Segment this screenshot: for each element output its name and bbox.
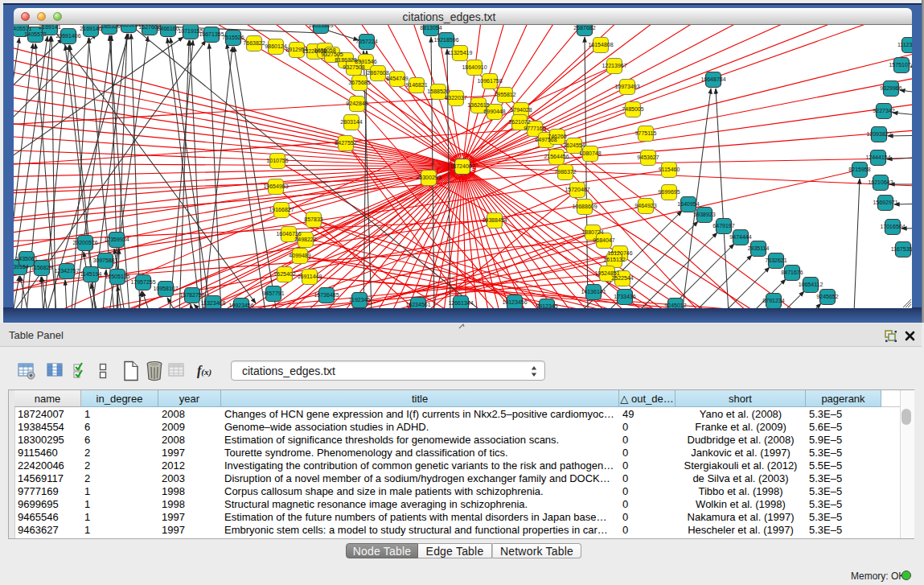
svg-text:7955812: 7955812 [494, 92, 515, 97]
svg-text:12093822: 12093822 [866, 131, 891, 137]
svg-text:2867608: 2867608 [367, 70, 388, 76]
svg-text:16234561: 16234561 [405, 302, 430, 307]
svg-text:1435061: 1435061 [15, 256, 37, 262]
svg-text:10961758: 10961758 [477, 78, 502, 84]
svg-text:2522544: 2522544 [611, 275, 633, 281]
svg-text:1156829: 1156829 [31, 265, 53, 270]
svg-text:12444154: 12444154 [865, 154, 890, 160]
svg-text:15736485: 15736485 [314, 292, 339, 298]
svg-text:9453627: 9453627 [637, 154, 659, 160]
svg-text:16671355: 16671355 [199, 31, 224, 37]
svg-text:10958107: 10958107 [153, 286, 178, 291]
svg-text:17359934: 17359934 [104, 237, 129, 242]
svg-text:7663822: 7663822 [243, 40, 265, 46]
svg-text:1880724: 1880724 [581, 229, 603, 235]
svg-text:8427552: 8427552 [335, 140, 356, 146]
svg-text:9912345: 9912345 [536, 303, 557, 308]
svg-text:16120746: 16120746 [607, 250, 632, 256]
svg-text:8991546: 8991546 [355, 59, 376, 64]
svg-text:9242848: 9242848 [346, 101, 368, 106]
svg-text:6990448: 6990448 [483, 109, 505, 114]
svg-text:21564456: 21564456 [544, 154, 569, 159]
svg-text:9329966: 9329966 [880, 85, 901, 91]
svg-text:9457791: 9457791 [262, 290, 284, 296]
svg-text:9464923: 9464923 [634, 203, 656, 208]
svg-text:12661344: 12661344 [448, 300, 473, 306]
svg-text:9860124: 9860124 [265, 43, 286, 49]
svg-text:7632621: 7632621 [765, 257, 786, 263]
svg-text:8186328: 8186328 [335, 57, 356, 63]
svg-text:9227342: 9227342 [873, 108, 894, 113]
svg-text:20691406: 20691406 [55, 33, 80, 39]
svg-text:16782759: 16782759 [179, 292, 204, 298]
svg-text:2803144: 2803144 [340, 119, 362, 125]
svg-text:9777169: 9777169 [524, 126, 545, 131]
svg-text:18640910: 18640910 [462, 64, 487, 70]
svg-text:14136141: 14136141 [581, 289, 606, 295]
svg-text:1145194: 1145194 [80, 271, 102, 277]
svg-text:4099489: 4099489 [289, 253, 310, 258]
svg-text:9146821: 9146821 [405, 82, 427, 88]
svg-text:6466160: 6466160 [157, 26, 179, 31]
svg-text:11323468: 11323468 [201, 300, 226, 306]
svg-text:20200576: 20200576 [72, 240, 97, 245]
svg-text:9684047: 9684047 [593, 237, 614, 243]
svg-text:857833: 857833 [304, 216, 322, 222]
svg-text:11675350: 11675350 [891, 246, 912, 252]
svg-text:1405572: 1405572 [24, 31, 46, 37]
svg-text:16046736: 16046736 [276, 231, 301, 237]
svg-text:7625402: 7625402 [273, 271, 295, 277]
svg-text:15751074: 15751074 [889, 62, 912, 68]
svg-text:8454749: 8454749 [386, 76, 408, 81]
svg-text:9699695: 9699695 [658, 189, 680, 195]
svg-text:1080748: 1080748 [579, 150, 601, 156]
svg-text:3624554: 3624554 [563, 142, 585, 148]
svg-text:30975887: 30975887 [92, 257, 117, 263]
svg-text:18724007: 18724007 [450, 163, 474, 169]
svg-text:8791234: 8791234 [762, 298, 784, 303]
svg-text:9245012: 9245012 [664, 303, 686, 308]
svg-text:746266: 746266 [548, 134, 566, 139]
svg-text:9474444: 9474444 [729, 234, 751, 240]
svg-text:10654112: 10654112 [799, 282, 823, 287]
svg-text:9775115: 9775115 [635, 130, 657, 136]
svg-text:1621072: 1621072 [508, 119, 530, 125]
svg-text:1010755: 1010755 [266, 158, 288, 163]
svg-text:8322037: 8322037 [445, 95, 466, 101]
svg-text:15720407: 15720407 [565, 187, 589, 192]
svg-text:9115460: 9115460 [659, 167, 680, 172]
svg-text:10688609: 10688609 [572, 204, 597, 209]
svg-text:10853267: 10853267 [116, 25, 141, 27]
svg-text:17957255: 17957255 [130, 279, 155, 285]
svg-text:8813054: 8813054 [420, 25, 441, 31]
svg-text:1362615: 1362615 [467, 102, 489, 108]
svg-text:16033809: 16033809 [308, 25, 333, 28]
svg-text:19218596: 19218596 [433, 37, 458, 43]
svg-text:2169141: 2169141 [39, 25, 60, 30]
svg-text:939154: 939154 [14, 264, 29, 270]
svg-text:1588520: 1588520 [427, 89, 449, 94]
svg-text:2935114: 2935114 [748, 245, 770, 251]
svg-text:8471676: 8471676 [781, 270, 803, 275]
svg-text:3498222: 3498222 [294, 237, 316, 242]
svg-text:19123456: 19123456 [502, 299, 527, 305]
svg-text:11325419: 11325419 [448, 50, 473, 56]
svg-text:12342757: 12342757 [54, 268, 79, 274]
svg-text:7515526: 7515526 [222, 35, 244, 40]
svg-text:16154808: 16154808 [588, 42, 613, 47]
svg-text:1192345: 1192345 [349, 297, 371, 303]
svg-text:9327505: 9327505 [321, 51, 343, 57]
svg-text:16210643: 16210643 [868, 179, 893, 185]
svg-text:9245652: 9245652 [816, 294, 838, 299]
svg-text:15692971: 15692971 [873, 200, 897, 205]
svg-text:6794028: 6794028 [510, 107, 532, 113]
svg-text:7986372: 7986372 [554, 169, 576, 175]
svg-text:19166827: 19166827 [269, 207, 294, 212]
svg-text:2687682: 2687682 [573, 25, 595, 31]
svg-text:19388454: 19388454 [482, 217, 507, 223]
svg-text:1615132: 1615132 [603, 257, 625, 262]
svg-text:10973493: 10973493 [614, 84, 639, 89]
svg-text:19654983: 19654983 [263, 183, 288, 189]
svg-text:1640954: 1640954 [677, 201, 699, 207]
svg-text:5938923: 5938923 [693, 212, 715, 217]
